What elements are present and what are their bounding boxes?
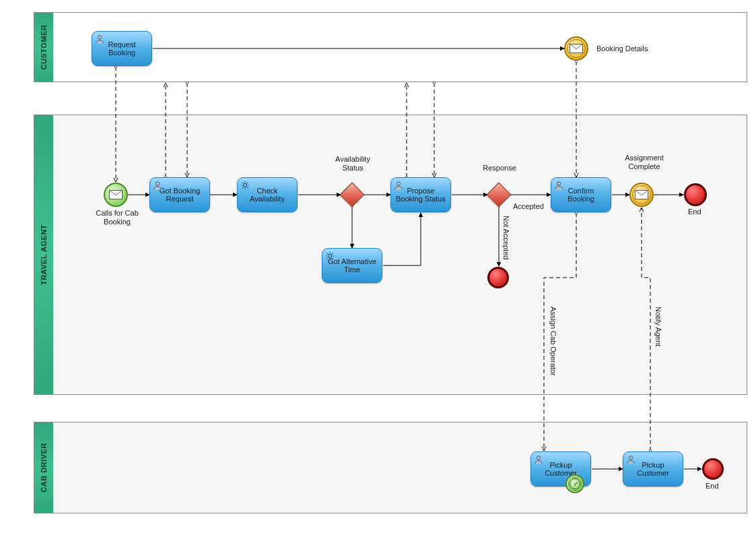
label-end-agent: End [688, 208, 701, 216]
label-assign-cab-operator: Assign Cab Operator [549, 307, 557, 376]
label-availability-status: Availability Status [326, 155, 380, 172]
pool-title-customer: CUSTOMER [40, 25, 48, 70]
user-task-icon [534, 455, 543, 464]
task-check-availability: Check Availability [237, 177, 298, 212]
svg-point-5 [397, 182, 400, 185]
user-task-icon [95, 34, 104, 44]
user-task-icon [153, 181, 162, 190]
task-got-alternative-time: Got Alternative Time [322, 248, 382, 283]
event-end-agent [684, 183, 707, 206]
ring [487, 267, 509, 288]
label-end-driver: End [706, 482, 719, 491]
svg-point-3 [243, 183, 246, 187]
user-task-icon [394, 181, 403, 190]
gateway-availability-status [341, 183, 364, 206]
clock-icon [570, 478, 580, 489]
svg-point-1 [98, 36, 101, 39]
task-got-booking-request: Got Booking Request [149, 177, 210, 212]
boundary-timer [565, 474, 584, 493]
label-notify-agent: Notify Agent [654, 307, 662, 346]
event-end-driver [702, 458, 724, 480]
task-confirm-booking: Confirm Booking [551, 177, 611, 212]
pool-header-driver: CAB DRIVER [34, 422, 54, 513]
svg-point-7 [537, 456, 540, 460]
svg-point-4 [328, 254, 331, 257]
label-accepted: Accepted [513, 202, 544, 211]
event-assignment-complete [629, 183, 654, 207]
task-request-booking: Request Booking [92, 31, 152, 66]
event-calls-for-cab [104, 183, 128, 207]
service-task-icon [240, 181, 250, 190]
event-booking-details [564, 36, 588, 61]
task-propose-booking-status: Propose Booking Status [390, 177, 451, 212]
service-task-icon [325, 251, 335, 261]
envelope-icon [109, 190, 123, 199]
label-assignment-complete: Assignment Complete [618, 154, 671, 170]
pool-title-agent: TRAVEL AGENT [40, 224, 48, 285]
svg-point-8 [629, 456, 632, 460]
label-not-accepted: Not Accepted [502, 216, 510, 259]
ring [702, 458, 724, 480]
label-response: Response [473, 164, 526, 172]
envelope-icon [570, 44, 583, 53]
pool-title-driver: CAB DRIVER [40, 443, 48, 492]
event-end-not-accepted [487, 267, 509, 288]
user-task-icon [554, 181, 563, 190]
bpmn-diagram: CUSTOMER TRAVEL AGENT CAB DRIVER [0, 0, 756, 535]
task-pickup-customer-2: Pickup Customer [623, 451, 683, 486]
svg-point-2 [156, 182, 159, 185]
user-task-icon [626, 455, 635, 464]
svg-point-6 [557, 182, 560, 185]
gateway-response [487, 183, 510, 206]
label-booking-details: Booking Details [596, 44, 648, 53]
envelope-icon [635, 190, 648, 199]
pool-header-customer: CUSTOMER [34, 13, 54, 82]
label-calls-for-cab: Calls for Cab Booking [93, 209, 141, 226]
ring [684, 183, 707, 206]
pool-header-agent: TRAVEL AGENT [34, 115, 54, 394]
